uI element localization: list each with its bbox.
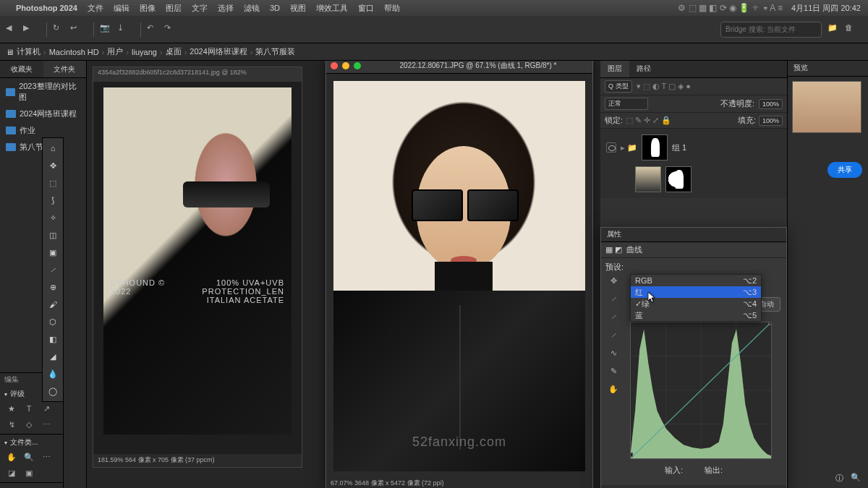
eyedropper-black-icon[interactable]: ⟋ xyxy=(605,291,621,307)
curve-eyedropper-icon[interactable]: ✥ xyxy=(605,273,621,288)
arrow-icon[interactable]: ↗ xyxy=(39,402,54,415)
sidebar-item[interactable]: 2023整理的对比图 xyxy=(0,78,86,106)
lock-icons[interactable]: ⬚ ✎ ✛ ⤢ 🔒 xyxy=(626,116,671,125)
path-icon[interactable]: ↯ xyxy=(4,418,19,431)
bridge-document[interactable]: 4354a2f32882db605f1c2c8d37218141.jpg @ 1… xyxy=(93,67,302,468)
nav-forward-icon[interactable]: ▶ xyxy=(23,23,36,36)
layer-group[interactable]: ▸ 📁 组 1 xyxy=(603,132,784,163)
layer-row[interactable] xyxy=(603,163,784,195)
history-icon[interactable]: ↻ xyxy=(53,23,66,36)
dodge-tool-icon[interactable]: ◯ xyxy=(44,382,61,400)
search-input[interactable] xyxy=(720,22,822,38)
photoshop-document[interactable]: 2022.12.80671.JPG @ 67.1% (曲线 1, RGB/8*)… xyxy=(326,61,593,488)
rotate-cw-icon[interactable]: ↷ xyxy=(164,23,177,36)
type-icon[interactable]: T xyxy=(22,402,36,415)
channel-blue[interactable]: 蓝⌥5 xyxy=(631,309,761,321)
menu-layer[interactable]: 图层 xyxy=(166,3,182,14)
heal-tool-icon[interactable]: ⊕ xyxy=(44,278,61,296)
sidebar-item[interactable]: 作业 xyxy=(0,122,86,139)
frame-tool-icon[interactable]: ▣ xyxy=(44,244,61,261)
shape-icon[interactable]: ◇ xyxy=(22,418,36,431)
close-icon[interactable] xyxy=(331,62,338,69)
menu-plugin[interactable]: 增效工具 xyxy=(316,3,348,14)
menu-filter[interactable]: 滤镜 xyxy=(244,3,260,14)
menu-help[interactable]: 帮助 xyxy=(384,3,400,14)
blur-tool-icon[interactable]: 💧 xyxy=(44,365,61,382)
eyedropper-white-icon[interactable]: ⟋ xyxy=(605,327,621,343)
blend-mode-dropdown[interactable]: 正常 xyxy=(605,98,648,110)
menu-file[interactable]: 文件 xyxy=(88,3,103,14)
menu-text[interactable]: 文字 xyxy=(192,3,208,14)
tab-layers[interactable]: 图层 xyxy=(600,61,629,77)
wand-tool-icon[interactable]: ✧ xyxy=(44,209,61,226)
tab-preview[interactable]: 预览 xyxy=(788,61,868,77)
properties-panel[interactable]: 属性 ▦ ◩ 曲线 预设: 自动 RGB⌥2 红⌥3 ✓绿⌥4 蓝⌥5 ✥ ⟋ … xyxy=(600,227,787,488)
edit-points-icon[interactable]: ∿ xyxy=(605,345,621,361)
layer-list[interactable]: ▸ 📁 组 1 xyxy=(600,129,787,198)
dots-icon[interactable]: ⋯ xyxy=(39,418,54,431)
canvas-image[interactable]: 52fanxing.com xyxy=(333,81,585,471)
trash-icon[interactable]: 🗑 xyxy=(845,23,858,36)
draw-curve-icon[interactable]: ✎ xyxy=(605,363,621,379)
move-tool-icon[interactable]: ✥ xyxy=(44,157,61,174)
doc-tab[interactable]: 4354a2f32882db605f1c2c8d37218141.jpg @ 1… xyxy=(93,67,302,82)
zoom-icon[interactable]: 🔍 xyxy=(22,450,36,463)
share-button[interactable]: 共享 xyxy=(827,162,862,178)
panel-title[interactable]: 属性 xyxy=(601,228,786,242)
swatch-icon[interactable]: ◪ xyxy=(4,466,19,479)
layer-filter-dropdown[interactable]: Q 类型 xyxy=(605,80,632,93)
eyedropper-gray-icon[interactable]: ⟋ xyxy=(605,309,621,325)
lasso-tool-icon[interactable]: ⟆ xyxy=(44,192,61,209)
folder-new-icon[interactable]: 📁 xyxy=(827,23,841,36)
search-icon[interactable]: 🔍 xyxy=(851,473,861,484)
tab-folders[interactable]: 文件夹 xyxy=(43,61,87,77)
eraser-tool-icon[interactable]: ◧ xyxy=(44,330,61,348)
visibility-toggle[interactable] xyxy=(606,142,616,153)
brush-tool-icon[interactable]: 🖌 xyxy=(44,296,61,313)
stamp-tool-icon[interactable]: ⬡ xyxy=(44,313,61,330)
hand-icon[interactable]: ✋ xyxy=(605,381,621,397)
filetype-header[interactable]: 文件类... xyxy=(4,437,59,448)
nav-back-icon[interactable]: ◀ xyxy=(6,23,19,36)
fill-field[interactable]: 100% xyxy=(759,116,783,126)
status-icons[interactable]: ⚙ ⬚ ▦ ◧ ⟳ ◉ 🔋 ᯤ ⌨ A ≡ xyxy=(678,3,783,13)
breadcrumb[interactable]: 🖥计算机› Macintosh HD› 用户› liuyang› 桌面› 202… xyxy=(0,43,868,61)
minimize-icon[interactable] xyxy=(342,62,349,69)
mask-icon[interactable]: ▣ xyxy=(22,466,36,479)
opacity-field[interactable]: 100% xyxy=(759,99,783,109)
eyedropper-tool-icon[interactable]: ⟋ xyxy=(44,261,61,278)
preview-thumbnail[interactable] xyxy=(792,81,861,133)
camera-icon[interactable]: 📷 xyxy=(100,23,113,36)
menu-window[interactable]: 窗口 xyxy=(358,3,374,14)
sidebar-item[interactable]: 2024网络班课程 xyxy=(0,106,86,122)
clock[interactable]: 4月11日 周四 20:42 xyxy=(791,3,861,14)
gradient-tool-icon[interactable]: ◢ xyxy=(44,348,61,365)
ps-toolbox[interactable]: ⌂ ✥ ⬚ ⟆ ✧ ◫ ▣ ⟋ ⊕ 🖌 ⬡ ◧ ◢ 💧 ◯ xyxy=(42,137,64,402)
marquee-tool-icon[interactable]: ⬚ xyxy=(44,174,61,192)
tab-paths[interactable]: 路径 xyxy=(629,61,658,77)
app-name[interactable]: Photoshop 2024 xyxy=(16,4,77,12)
layer-thumb[interactable] xyxy=(635,166,661,192)
import-icon[interactable]: ⤓ xyxy=(117,23,130,36)
info-icon[interactable]: ⓘ xyxy=(835,473,843,484)
mask-thumb[interactable] xyxy=(642,134,668,160)
menu-image[interactable]: 图像 xyxy=(140,3,156,14)
channel-rgb[interactable]: RGB⌥2 xyxy=(631,275,761,286)
hand-icon[interactable]: ✋ xyxy=(4,450,19,463)
rotate-ccw-icon[interactable]: ↶ xyxy=(147,23,160,36)
star-icon[interactable]: ★ xyxy=(4,402,19,415)
curves-histogram[interactable] xyxy=(630,322,772,459)
boomerang-icon[interactable]: ↩ xyxy=(70,23,83,36)
menu-select[interactable]: 选择 xyxy=(218,3,234,14)
layer-name[interactable]: 组 1 xyxy=(672,142,686,153)
window-titlebar[interactable]: 2022.12.80671.JPG @ 67.1% (曲线 1, RGB/8*)… xyxy=(326,61,592,74)
menu-3d[interactable]: 3D xyxy=(270,4,280,12)
home-icon[interactable]: ⌂ xyxy=(44,140,61,157)
more-icon[interactable]: ⋯ xyxy=(39,450,54,463)
menu-view[interactable]: 视图 xyxy=(290,3,306,14)
tab-favorites[interactable]: 收藏夹 xyxy=(0,61,43,77)
crop-tool-icon[interactable]: ◫ xyxy=(44,226,61,244)
zoom-icon[interactable] xyxy=(354,62,361,69)
menu-edit[interactable]: 编辑 xyxy=(114,3,129,14)
adjust-thumb[interactable] xyxy=(665,166,692,192)
